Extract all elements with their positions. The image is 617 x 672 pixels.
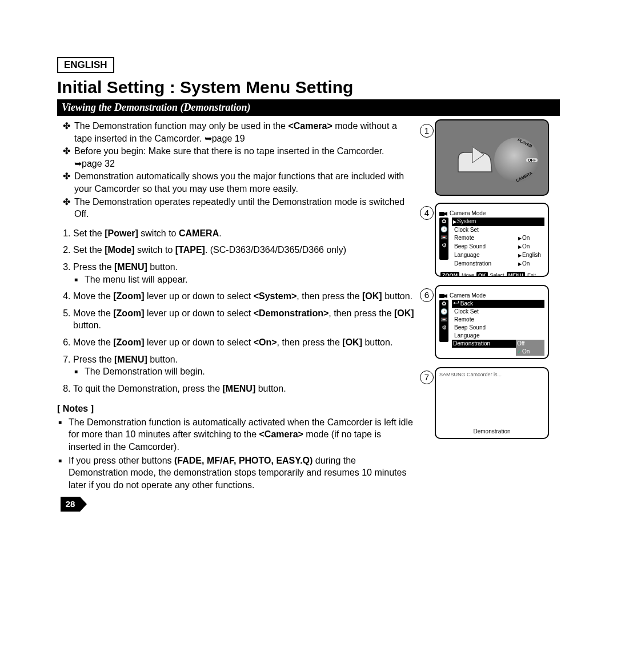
body-text: The Demonstration function may only be u…	[57, 119, 420, 512]
language-badge: ENGLISH	[57, 57, 114, 73]
figure-column: 1 PLAYER OFF CAMERA 4 Camera Mode ✿🕒📼⚙ S…	[420, 119, 560, 512]
page-title: Initial Setting : System Menu Setting	[57, 78, 560, 97]
osd-item: Clock Set	[452, 226, 518, 234]
intro-bullet: The Demonstration operates repeatedly un…	[57, 196, 414, 220]
osd-sidebar: ✿🕒📼⚙	[439, 218, 448, 260]
step: Set the [Mode] switch to [TAPE]. (SC-D36…	[73, 244, 414, 256]
osd-item: Language	[452, 332, 544, 340]
intro-bullet: Demonstration automatically shows you th…	[57, 170, 414, 195]
osd-item: Demonstration	[452, 260, 518, 268]
osd-item-system: System	[452, 218, 544, 226]
step: Press the [MENU] button. The Demonstrati…	[73, 353, 414, 378]
camcorder-icon	[439, 211, 447, 216]
osd-item: Beep Sound	[452, 243, 518, 251]
figure-number: 6	[420, 288, 434, 302]
osd-item: Language	[452, 251, 518, 260]
page-number: 28	[61, 497, 80, 512]
intro-bullet: The Demonstration function may only be u…	[57, 120, 414, 144]
figure-number: 4	[420, 206, 434, 220]
figure-power-switch: PLAYER OFF CAMERA	[435, 119, 549, 196]
step-sub: The Demonstration will begin.	[73, 365, 414, 378]
note-item: If you press other buttons (FADE, MF/AF,…	[57, 454, 414, 492]
figure-number: 7	[420, 371, 434, 384]
svg-rect-0	[439, 212, 444, 216]
manual-page: ENGLISH Initial Setting : System Menu Se…	[0, 0, 617, 672]
step: Set the [Power] switch to CAMERA.	[73, 227, 414, 240]
osd-item-demo: Demonstration	[452, 340, 516, 348]
steps-list: Set the [Power] switch to CAMERA. Set th…	[57, 227, 414, 395]
figure-osd-demo: Camera Mode ✿🕒📼⚙ ⮠ Back Clock Set Remote…	[435, 285, 549, 359]
notes-heading: [ Notes ]	[57, 403, 414, 415]
section-subtitle: Viewing the Demonstration (Demonstration…	[57, 99, 560, 116]
hand-icon	[455, 143, 495, 175]
osd-item-back: ⮠ Back	[452, 300, 544, 308]
step: Move the [Zoom] lever up or down to sele…	[73, 336, 414, 349]
demo-top-text: SAMSUNG Camcorder is...	[439, 372, 544, 377]
osd-footer: ZOOMMoveOKSelectMENUExit	[440, 272, 544, 277]
demo-bottom-text: Demonstration	[436, 428, 548, 434]
step: Move the [Zoom] lever up or down to sele…	[73, 290, 414, 303]
step: To quit the Demonstration, press the [ME…	[73, 383, 414, 395]
svg-rect-1	[439, 294, 444, 298]
intro-bullet: Before you begin: Make sure that there i…	[57, 145, 414, 170]
osd-item: Beep Sound	[452, 324, 544, 332]
figure-demo-screen: SAMSUNG Camcorder is... Demonstration	[435, 367, 549, 439]
power-dial-icon: PLAYER OFF CAMERA	[494, 138, 539, 182]
osd-item: Clock Set	[452, 308, 544, 316]
note-item: The Demonstration function is automatica…	[57, 416, 414, 453]
step: Move the [Zoom] lever up or down to sele…	[73, 307, 414, 332]
step: Press the [MENU] button. The menu list w…	[73, 261, 414, 285]
osd-sidebar: ✿🕒📼⚙	[439, 300, 448, 342]
figure-number: 1	[420, 124, 434, 138]
osd-item: Remote	[452, 316, 544, 324]
step-sub: The menu list will appear.	[73, 273, 414, 286]
osd-item: Remote	[452, 234, 518, 243]
camcorder-icon	[439, 293, 447, 299]
figure-osd-system: Camera Mode ✿🕒📼⚙ System Clock Set Remote…	[435, 203, 549, 277]
